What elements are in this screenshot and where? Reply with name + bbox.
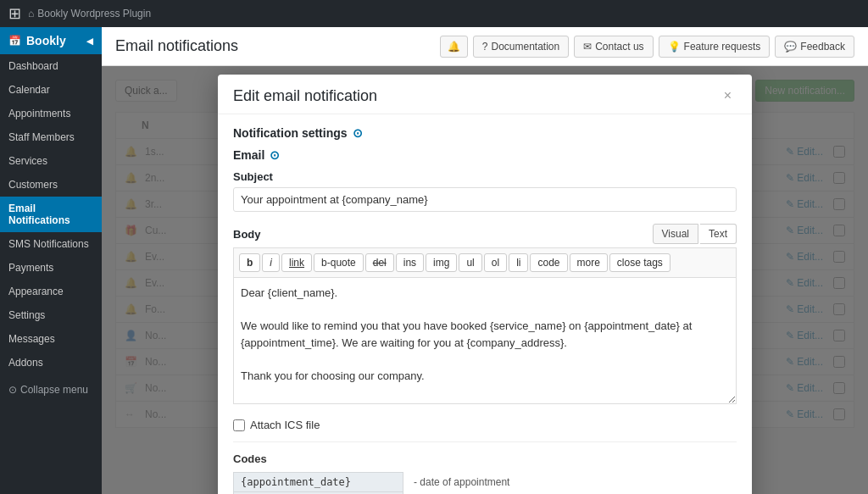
sidebar-item-email-notifications[interactable]: Email Notifications xyxy=(0,197,102,232)
sidebar-item-appointments[interactable]: Appointments xyxy=(0,102,102,125)
bold-button[interactable]: b xyxy=(239,253,260,272)
sidebar-item-addons[interactable]: Addons xyxy=(0,351,102,375)
body-group: Body Visual Text b i link b-quote xyxy=(233,224,737,407)
notification-settings-label: Notification settings xyxy=(233,126,348,140)
body-textarea[interactable]: Dear {client_name}. We would like to rem… xyxy=(233,277,737,404)
li-button[interactable]: li xyxy=(509,253,528,272)
code-row: {appointment_date} - date of appointment xyxy=(234,473,737,492)
subject-label: Subject xyxy=(233,170,737,183)
feature-icon: 💡 xyxy=(668,41,681,53)
sidebar-item-messages[interactable]: Messages xyxy=(0,327,102,351)
sidebar-item-staff[interactable]: Staff Members xyxy=(0,125,102,149)
notification-check-icon: ⊙ xyxy=(353,126,363,140)
edit-email-modal: Edit email notification × Notification s… xyxy=(218,75,752,494)
sidebar-brand[interactable]: 📅 Bookly ◀ xyxy=(0,27,102,54)
feedback-button[interactable]: 💬 Feedback xyxy=(775,36,854,58)
ol-button[interactable]: ol xyxy=(484,253,507,272)
codes-table: {appointment_date} - date of appointment… xyxy=(233,472,737,494)
sidebar-nav: Dashboard Calendar Appointments Staff Me… xyxy=(0,54,102,375)
codes-section: Codes {appointment_date} - date of appoi… xyxy=(233,452,737,494)
italic-button[interactable]: i xyxy=(262,253,280,272)
contact-us-button[interactable]: ✉ Contact us xyxy=(574,36,653,58)
bquote-button[interactable]: b-quote xyxy=(314,253,364,272)
notification-settings-header: Notification settings ⊙ xyxy=(233,126,737,140)
feature-requests-button[interactable]: 💡 Feature requests xyxy=(659,36,771,58)
subject-input[interactable] xyxy=(233,187,737,212)
email-section-header: Email ⊙ xyxy=(233,148,737,162)
code-description: - date of appointment xyxy=(403,473,737,492)
subject-group: Subject xyxy=(233,170,737,212)
codes-divider xyxy=(233,441,737,442)
email-check-icon: ⊙ xyxy=(270,148,280,162)
brand-label: Bookly xyxy=(26,34,66,47)
wp-logo-icon: ⊞ xyxy=(8,4,21,23)
page-content: Quick a... Settings... New notification.… xyxy=(102,66,868,494)
admin-bar: ⊞ ⌂ Bookly Wordpress Plugin xyxy=(0,0,868,27)
top-bar-actions: 🔔 ? Documentation ✉ Contact us 💡 Feature… xyxy=(440,36,854,58)
del-button[interactable]: del xyxy=(365,253,394,272)
body-label: Body xyxy=(233,228,261,241)
content-area: Email notifications 🔔 ? Documentation ✉ … xyxy=(102,27,868,494)
sidebar-item-appearance[interactable]: Appearance xyxy=(0,280,102,303)
collapse-menu[interactable]: ⊙ Collapse menu xyxy=(0,378,102,402)
ins-button[interactable]: ins xyxy=(396,253,424,272)
sidebar-item-settings[interactable]: Settings xyxy=(0,303,102,327)
attach-ics-row: Attach ICS file xyxy=(233,419,737,431)
bell-icon: 🔔 xyxy=(448,41,460,53)
text-button[interactable]: Text xyxy=(700,224,737,244)
body-toolbar: Body Visual Text xyxy=(233,224,737,244)
sidebar-item-payments[interactable]: Payments xyxy=(0,256,102,280)
bookly-brand-icon: 📅 xyxy=(8,35,21,47)
editor-toolbar: b i link b-quote del ins img ul ol li co xyxy=(233,247,737,277)
email-label: Email xyxy=(233,148,264,162)
link-button[interactable]: link xyxy=(281,253,312,272)
visual-button[interactable]: Visual xyxy=(653,224,698,244)
code-value: {appointment_date} xyxy=(234,473,403,492)
sidebar-item-customers[interactable]: Customers xyxy=(0,173,102,197)
main-layout: 📅 Bookly ◀ Dashboard Calendar Appointmen… xyxy=(0,27,868,494)
code-button[interactable]: code xyxy=(530,253,567,272)
modal-title: Edit email notification xyxy=(233,87,377,105)
more-button[interactable]: more xyxy=(570,253,608,272)
home-icon: ⌂ xyxy=(28,8,34,19)
codes-title: Codes xyxy=(233,452,737,465)
page-title: Email notifications xyxy=(115,37,238,55)
attach-ics-label: Attach ICS file xyxy=(250,419,320,431)
site-name: ⌂ Bookly Wordpress Plugin xyxy=(28,8,151,19)
sidebar: 📅 Bookly ◀ Dashboard Calendar Appointmen… xyxy=(0,27,102,494)
sidebar-item-dashboard[interactable]: Dashboard xyxy=(0,54,102,78)
feedback-icon: 💬 xyxy=(784,41,797,53)
ul-button[interactable]: ul xyxy=(459,253,481,272)
modal-header: Edit email notification × xyxy=(218,75,752,114)
visual-text-toggle: Visual Text xyxy=(653,224,737,244)
documentation-icon: ? xyxy=(482,41,488,53)
modal-body: Notification settings ⊙ Email ⊙ Subject xyxy=(218,114,752,494)
modal-close-button[interactable]: × xyxy=(719,86,737,105)
attach-ics-checkbox[interactable] xyxy=(233,419,245,431)
top-bar: Email notifications 🔔 ? Documentation ✉ … xyxy=(102,27,868,66)
img-button[interactable]: img xyxy=(426,253,457,272)
sidebar-item-services[interactable]: Services xyxy=(0,149,102,173)
sidebar-item-calendar[interactable]: Calendar xyxy=(0,78,102,102)
modal-overlay: Edit email notification × Notification s… xyxy=(102,66,868,494)
sidebar-item-sms[interactable]: SMS Notifications xyxy=(0,232,102,256)
documentation-button[interactable]: ? Documentation xyxy=(473,36,569,58)
close-tags-button[interactable]: close tags xyxy=(609,253,670,272)
collapse-icon: ⊙ xyxy=(8,384,17,396)
contact-icon: ✉ xyxy=(583,41,592,53)
bell-button[interactable]: 🔔 xyxy=(440,36,468,58)
sidebar-collapse-arrow: ◀ xyxy=(86,36,93,46)
